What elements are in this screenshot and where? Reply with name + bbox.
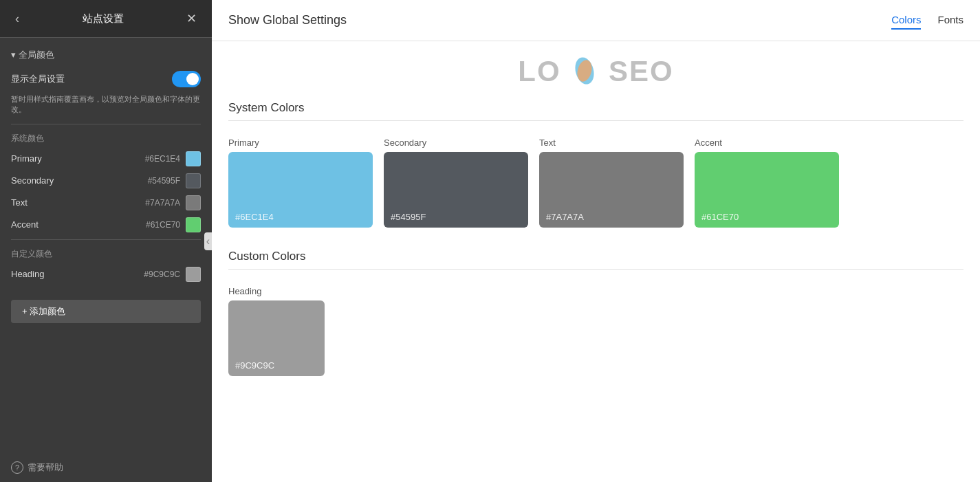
custom-color-card-heading-label: Heading [228,286,325,296]
sidebar-header: ‹ 站点设置 ✕ [0,0,212,38]
color-card-text-label: Text [539,138,684,148]
color-row-heading[interactable]: Heading #9C9C9C [11,267,201,282]
primary-hex: #6EC1E4 [145,154,180,164]
primary-label: Primary [11,153,42,164]
color-card-accent-swatch[interactable]: #61CE70 [695,152,839,228]
show-global-hint: 暂时用样式指南覆盖画布，以预览对全局颜色和字体的更改。 [11,94,201,116]
accent-hex: #61CE70 [146,220,180,230]
secondary-label: Secondary [11,175,54,186]
color-card-text-hex: #7A7A7A [546,212,584,222]
color-card-primary-label: Primary [228,138,373,148]
color-card-primary-hex: #6EC1E4 [235,212,274,222]
sidebar-divider-1 [11,124,201,124]
color-card-text-swatch[interactable]: #7A7A7A [539,152,684,228]
accent-label: Accent [11,219,39,230]
heading-swatch[interactable] [186,267,201,282]
add-color-button[interactable]: + 添加颜色 [11,300,201,323]
show-global-toggle[interactable] [172,71,201,87]
color-row-text[interactable]: Text #7A7A7A [11,195,201,210]
color-card-secondary-hex: #54595F [391,212,426,222]
system-color-cards: Primary #6EC1E4 Secondary #54595F Text #… [228,138,963,228]
custom-color-card-heading[interactable]: Heading #9C9C9C [228,286,325,376]
heading-hex: #9C9C9C [144,270,180,279]
color-card-accent[interactable]: Accent #61CE70 [695,138,839,228]
secondary-swatch[interactable] [186,173,201,188]
sidebar-title: 站点设置 [83,12,124,25]
system-colors-divider [228,120,963,121]
primary-swatch[interactable] [186,151,201,166]
logo-area: LO SEO [212,41,980,96]
color-card-secondary[interactable]: Secondary #54595F [384,138,528,228]
color-card-accent-label: Accent [695,138,839,148]
color-card-primary-swatch[interactable]: #6EC1E4 [228,152,373,228]
text-swatch[interactable] [186,195,201,210]
custom-colors-sublabel: 自定义颜色 [11,248,201,260]
resize-handle[interactable] [206,0,212,482]
color-row-primary[interactable]: Primary #6EC1E4 [11,151,201,166]
back-button[interactable]: ‹ [11,10,23,28]
color-card-accent-hex: #61CE70 [701,212,739,222]
system-colors-sublabel: 系统颜色 [11,133,201,144]
text-label: Text [11,197,28,208]
color-row-secondary[interactable]: Secondary #54595F [11,173,201,188]
custom-color-card-heading-hex: #9C9C9C [235,360,274,371]
sidebar-divider-2 [11,239,201,240]
custom-color-card-heading-swatch[interactable]: #9C9C9C [228,300,325,376]
help-row[interactable]: ? 需要帮助 [0,453,212,482]
color-card-secondary-label: Secondary [384,138,528,148]
tab-fonts[interactable]: Fonts [937,11,963,30]
color-card-primary[interactable]: Primary #6EC1E4 [228,138,373,228]
color-card-text[interactable]: Text #7A7A7A [539,138,684,228]
accent-swatch[interactable] [186,217,201,232]
heading-label: Heading [11,269,44,279]
custom-colors-heading: Custom Colors [228,250,963,263]
global-colors-title[interactable]: ▾ 全局颜色 [11,49,201,61]
main-content: System Colors Primary #6EC1E4 Secondary … [212,96,980,393]
text-hex: #7A7A7A [145,198,180,208]
tabs: Colors Fonts [891,11,963,30]
main-header: Show Global Settings Colors Fonts [212,0,980,41]
system-colors-heading: System Colors [228,101,963,115]
logo: LO SEO [518,55,673,89]
logo-leaf-icon [571,56,598,86]
main-title: Show Global Settings [228,13,347,28]
custom-colors-divider [228,269,963,270]
color-row-accent[interactable]: Accent #61CE70 [11,217,201,232]
main-panel: Show Global Settings Colors Fonts LO SEO… [212,0,980,482]
global-colors-section: ▾ 全局颜色 显示全局设置 暂时用样式指南覆盖画布，以预览对全局颜色和字体的更改… [0,38,212,294]
color-card-secondary-swatch[interactable]: #54595F [384,152,528,228]
custom-color-cards: Heading #9C9C9C [228,286,963,376]
close-button[interactable]: ✕ [182,10,201,28]
show-global-label: 显示全局设置 [11,73,65,85]
show-global-row: 显示全局设置 [11,71,201,87]
sidebar: ‹ 站点设置 ✕ ▾ 全局颜色 显示全局设置 暂时用样式指南覆盖画布，以预览对全… [0,0,212,482]
help-icon: ? [11,461,23,474]
secondary-hex: #54595F [148,176,180,186]
help-label: 需要帮助 [28,461,63,474]
tab-colors[interactable]: Colors [891,11,921,30]
